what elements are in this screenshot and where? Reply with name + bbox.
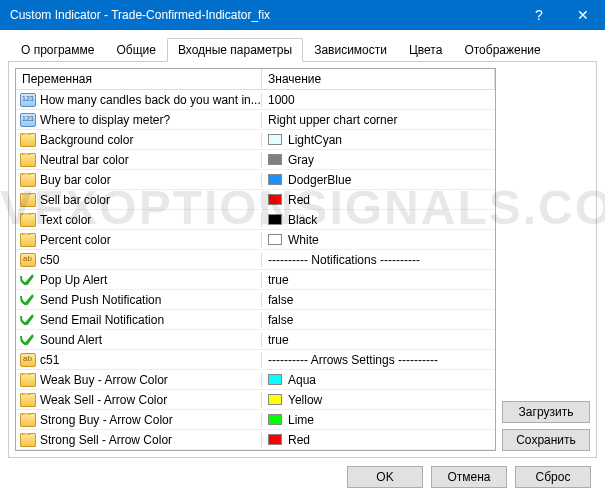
param-value-cell[interactable]: Red bbox=[262, 433, 495, 447]
param-value-cell[interactable]: true bbox=[262, 333, 495, 347]
load-button[interactable]: Загрузить bbox=[502, 401, 590, 423]
param-value-cell[interactable]: ---------- Arrows Settings ---------- bbox=[262, 353, 495, 367]
table-row[interactable]: Text colorBlack bbox=[16, 210, 495, 230]
param-name-cell[interactable]: Text color bbox=[16, 213, 262, 227]
dialog-footer: OK Отмена Сброс bbox=[8, 458, 597, 488]
param-name-cell[interactable]: Percent color bbox=[16, 233, 262, 247]
color-icon bbox=[20, 373, 36, 387]
color-icon bbox=[20, 193, 36, 207]
param-name: Send Email Notification bbox=[40, 313, 164, 327]
param-name: c51 bbox=[40, 353, 59, 367]
param-value: Red bbox=[288, 193, 310, 207]
param-name-cell[interactable]: Buy bar color bbox=[16, 173, 262, 187]
param-name-cell[interactable]: Strong Sell - Arrow Color bbox=[16, 433, 262, 447]
param-name: Strong Buy - Arrow Color bbox=[40, 413, 173, 427]
tab-display[interactable]: Отображение bbox=[453, 38, 551, 61]
tab-colors[interactable]: Цвета bbox=[398, 38, 453, 61]
table-row[interactable]: Send Push Notificationfalse bbox=[16, 290, 495, 310]
param-value: ---------- Arrows Settings ---------- bbox=[268, 353, 438, 367]
tab-about[interactable]: О программе bbox=[10, 38, 105, 61]
table-row[interactable]: Neutral bar colorGray bbox=[16, 150, 495, 170]
param-value-cell[interactable]: Yellow bbox=[262, 393, 495, 407]
param-value-cell[interactable]: White bbox=[262, 233, 495, 247]
tab-inputs[interactable]: Входные параметры bbox=[167, 38, 303, 62]
table-row[interactable]: Where to display meter?Right upper chart… bbox=[16, 110, 495, 130]
param-value-cell[interactable]: LightCyan bbox=[262, 133, 495, 147]
param-value-cell[interactable]: Red bbox=[262, 193, 495, 207]
param-name: Buy bar color bbox=[40, 173, 111, 187]
param-value-cell[interactable]: Lime bbox=[262, 413, 495, 427]
param-name: Pop Up Alert bbox=[40, 273, 107, 287]
param-name: Strong Sell - Arrow Color bbox=[40, 433, 172, 447]
tab-common[interactable]: Общие bbox=[105, 38, 166, 61]
param-name-cell[interactable]: Pop Up Alert bbox=[16, 273, 262, 287]
color-swatch bbox=[268, 434, 282, 445]
color-swatch bbox=[268, 234, 282, 245]
param-name-cell[interactable]: Send Email Notification bbox=[16, 313, 262, 327]
ok-button[interactable]: OK bbox=[347, 466, 423, 488]
param-name: Sell bar color bbox=[40, 193, 110, 207]
param-name-cell[interactable]: Sell bar color bbox=[16, 193, 262, 207]
param-value-cell[interactable]: Gray bbox=[262, 153, 495, 167]
reset-button[interactable]: Сброс bbox=[515, 466, 591, 488]
param-name-cell[interactable]: c51 bbox=[16, 353, 262, 367]
param-value-cell[interactable]: true bbox=[262, 273, 495, 287]
color-swatch bbox=[268, 174, 282, 185]
table-row[interactable]: How many candles back do you want in...1… bbox=[16, 90, 495, 110]
color-icon bbox=[20, 133, 36, 147]
param-name-cell[interactable]: Where to display meter? bbox=[16, 113, 262, 127]
param-name-cell[interactable]: Weak Buy - Arrow Color bbox=[16, 373, 262, 387]
table-row[interactable]: Pop Up Alerttrue bbox=[16, 270, 495, 290]
param-name-cell[interactable]: Send Push Notification bbox=[16, 293, 262, 307]
param-value-cell[interactable]: false bbox=[262, 293, 495, 307]
param-value: 1000 bbox=[268, 93, 295, 107]
color-swatch bbox=[268, 214, 282, 225]
help-button[interactable]: ? bbox=[517, 0, 561, 30]
param-value-cell[interactable]: ---------- Notifications ---------- bbox=[262, 253, 495, 267]
table-row[interactable]: Weak Sell - Arrow ColorYellow bbox=[16, 390, 495, 410]
table-row[interactable]: Send Email Notificationfalse bbox=[16, 310, 495, 330]
table-row[interactable]: Weak Buy - Arrow ColorAqua bbox=[16, 370, 495, 390]
parameters-table: Переменная Значение How many candles bac… bbox=[15, 68, 496, 451]
param-name-cell[interactable]: How many candles back do you want in... bbox=[16, 93, 262, 107]
param-name-cell[interactable]: c50 bbox=[16, 253, 262, 267]
color-swatch bbox=[268, 154, 282, 165]
table-row[interactable]: Strong Buy - Arrow ColorLime bbox=[16, 410, 495, 430]
string-icon bbox=[20, 253, 36, 267]
param-name: Background color bbox=[40, 133, 133, 147]
param-name-cell[interactable]: Neutral bar color bbox=[16, 153, 262, 167]
table-row[interactable]: Background colorLightCyan bbox=[16, 130, 495, 150]
param-value-cell[interactable]: DodgerBlue bbox=[262, 173, 495, 187]
cancel-button[interactable]: Отмена bbox=[431, 466, 507, 488]
bool-icon bbox=[20, 273, 36, 287]
col-header-variable[interactable]: Переменная bbox=[16, 69, 262, 89]
param-value-cell[interactable]: false bbox=[262, 313, 495, 327]
table-row[interactable]: Strong Sell - Arrow ColorRed bbox=[16, 430, 495, 450]
param-value: true bbox=[268, 333, 289, 347]
param-value: Right upper chart corner bbox=[268, 113, 397, 127]
table-row[interactable]: Buy bar colorDodgerBlue bbox=[16, 170, 495, 190]
table-row[interactable]: Sell bar colorRed bbox=[16, 190, 495, 210]
param-name-cell[interactable]: Background color bbox=[16, 133, 262, 147]
close-button[interactable]: ✕ bbox=[561, 0, 605, 30]
table-row[interactable]: Sound Alerttrue bbox=[16, 330, 495, 350]
param-name-cell[interactable]: Strong Buy - Arrow Color bbox=[16, 413, 262, 427]
param-value-cell[interactable]: Aqua bbox=[262, 373, 495, 387]
col-header-value[interactable]: Значение bbox=[262, 69, 495, 89]
color-swatch bbox=[268, 374, 282, 385]
color-icon bbox=[20, 393, 36, 407]
side-buttons: Загрузить Сохранить bbox=[502, 68, 590, 451]
param-name-cell[interactable]: Sound Alert bbox=[16, 333, 262, 347]
tab-dependencies[interactable]: Зависимости bbox=[303, 38, 398, 61]
bool-icon bbox=[20, 293, 36, 307]
param-value-cell[interactable]: Black bbox=[262, 213, 495, 227]
table-row[interactable]: c51---------- Arrows Settings ---------- bbox=[16, 350, 495, 370]
param-name-cell[interactable]: Weak Sell - Arrow Color bbox=[16, 393, 262, 407]
param-value-cell[interactable]: 1000 bbox=[262, 93, 495, 107]
table-row[interactable]: Percent colorWhite bbox=[16, 230, 495, 250]
param-value: Aqua bbox=[288, 373, 316, 387]
table-row[interactable]: c50---------- Notifications ---------- bbox=[16, 250, 495, 270]
param-name: How many candles back do you want in... bbox=[40, 93, 261, 107]
param-value-cell[interactable]: Right upper chart corner bbox=[262, 113, 495, 127]
save-button[interactable]: Сохранить bbox=[502, 429, 590, 451]
